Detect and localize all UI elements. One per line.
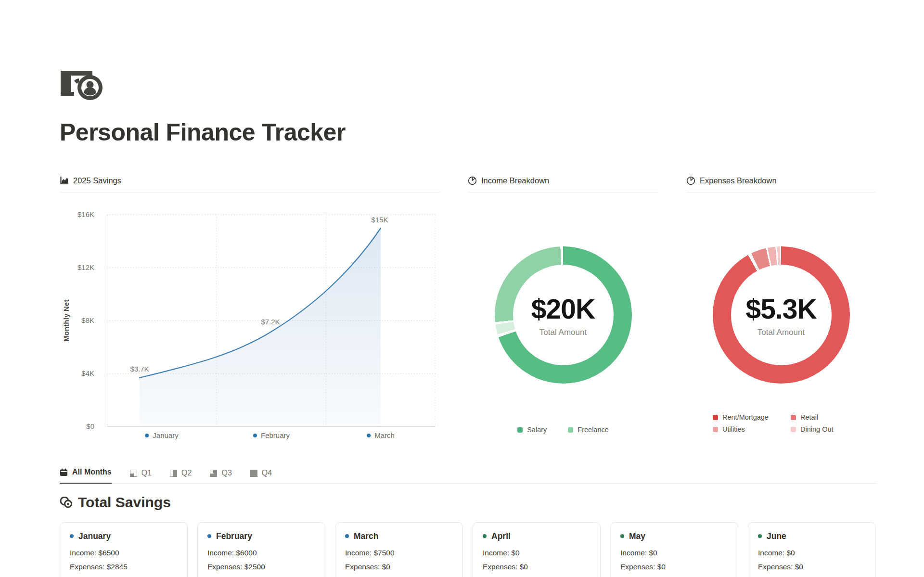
expenses-title: Expenses Breakdown	[700, 176, 777, 185]
total-savings-header: Total Savings	[60, 494, 876, 511]
income-total: $20K	[531, 293, 595, 325]
series-marker-icon	[145, 434, 149, 437]
month-name: January	[78, 531, 111, 541]
expenses-header: Expenses Breakdown	[686, 176, 876, 192]
coins-icon	[60, 497, 73, 508]
card-may: May Income: $0 Expenses: $0 Net: $0	[610, 522, 738, 577]
y-tick: $8K	[81, 316, 94, 324]
expenses-total-label: Total Amount	[757, 328, 805, 337]
y-axis-ticks: $16K $12K $8K $4K $0	[60, 215, 100, 427]
utilities-swatch-icon	[713, 427, 718, 432]
expenses-line: Expenses: $0	[620, 562, 728, 572]
month-name: April	[491, 531, 511, 541]
tab-all-months[interactable]: All Months	[60, 468, 112, 484]
month-name: May	[629, 531, 645, 541]
income-donut-chart: $20K Total Amount	[495, 246, 632, 384]
card-april: April Income: $0 Expenses: $0 Net: $0	[473, 522, 601, 577]
point-label-march: $15K	[371, 216, 388, 224]
expenses-legend: Rent/Mortgage Retail Utilities Dining Ou…	[686, 413, 876, 433]
calendar-icon	[60, 468, 68, 476]
quarter-1-icon	[130, 470, 137, 477]
x-label-march: March	[367, 431, 395, 439]
savings-section: 2025 Savings Monthly Net $16K $12K $8K $…	[60, 176, 440, 444]
expenses-line: Expenses: $2845	[70, 562, 178, 572]
income-line: Income: $0	[483, 548, 590, 558]
pie-chart-icon	[468, 176, 477, 185]
month-name: June	[767, 531, 786, 541]
card-february: February Income: $6000 Expenses: $2500 N…	[197, 522, 325, 577]
page-title: Personal Finance Tracker	[60, 118, 876, 146]
expenses-donut-center: $5.3K Total Amount	[713, 246, 850, 384]
savings-chart: Monthly Net $16K $12K $8K $4K $0	[60, 192, 440, 444]
y-tick: $0	[86, 422, 94, 430]
month-marker-icon	[620, 534, 624, 538]
month-marker-icon	[70, 534, 74, 538]
retail-swatch-icon	[791, 415, 796, 420]
x-label-february: February	[253, 431, 290, 439]
month-name: March	[354, 531, 379, 541]
point-label-january: $3.7K	[130, 365, 149, 373]
savings-header: 2025 Savings	[60, 176, 440, 192]
month-marker-icon	[345, 534, 349, 538]
income-line: Income: $6000	[207, 548, 315, 558]
month-cards: January Income: $6500 Expenses: $2845 Ne…	[60, 522, 876, 577]
legend-item-salary: Salary	[517, 426, 547, 434]
legend-item-dining: Dining Out	[791, 425, 849, 433]
income-title: Income Breakdown	[481, 176, 549, 185]
freelance-swatch-icon	[568, 427, 573, 433]
income-line: Income: $7500	[345, 548, 453, 558]
pie-chart-icon	[686, 176, 695, 185]
month-marker-icon	[758, 534, 762, 538]
y-tick: $16K	[77, 210, 94, 218]
month-name: February	[216, 531, 252, 541]
series-marker-icon	[253, 434, 257, 437]
expenses-line: Expenses: $0	[483, 562, 590, 572]
dining-swatch-icon	[791, 427, 796, 432]
savings-title: 2025 Savings	[73, 176, 121, 185]
month-marker-icon	[483, 534, 487, 538]
card-march: March Income: $7500 Expenses: $0 Net: $7…	[335, 522, 463, 577]
income-total-label: Total Amount	[539, 328, 587, 337]
area-chart-icon	[60, 176, 69, 185]
y-tick: $4K	[81, 369, 94, 377]
expenses-line: Expenses: $2500	[207, 562, 315, 572]
point-label-february: $7.2K	[261, 318, 280, 326]
expenses-donut-chart: $5.3K Total Amount	[713, 246, 850, 384]
period-tabs: All Months Q1 Q2 Q3 Q4	[60, 468, 876, 484]
tab-q4[interactable]: Q4	[250, 469, 272, 484]
tab-q1[interactable]: Q1	[130, 469, 152, 484]
x-label-january: January	[145, 431, 178, 439]
y-tick: $12K	[77, 263, 94, 271]
total-savings-title: Total Savings	[78, 494, 171, 511]
income-section: Income Breakdown $20K Total Amount Salar…	[468, 176, 658, 444]
series-marker-icon	[367, 434, 371, 437]
income-legend: Salary Freelance	[468, 426, 658, 434]
expenses-line: Expenses: $0	[758, 562, 866, 572]
legend-item-utilities: Utilities	[713, 425, 791, 433]
card-january: January Income: $6500 Expenses: $2845 Ne…	[60, 522, 188, 577]
expenses-line: Expenses: $0	[345, 562, 453, 572]
rent-swatch-icon	[713, 415, 718, 420]
tab-q3[interactable]: Q3	[210, 469, 231, 484]
expenses-total: $5.3K	[745, 293, 816, 325]
income-donut-center: $20K Total Amount	[495, 246, 632, 384]
month-marker-icon	[207, 534, 211, 538]
quarter-3-icon	[210, 470, 217, 477]
card-june: June Income: $0 Expenses: $0 Net: $0	[748, 522, 876, 577]
income-header: Income Breakdown	[468, 176, 658, 192]
salary-swatch-icon	[517, 427, 523, 433]
money-coin-icon	[60, 67, 110, 101]
charts-row: 2025 Savings Monthly Net $16K $12K $8K $…	[60, 176, 876, 444]
income-line: Income: $6500	[70, 548, 178, 558]
tab-q2[interactable]: Q2	[170, 469, 192, 484]
page: Personal Finance Tracker 2025 Savings Mo…	[0, 0, 924, 577]
quarter-4-icon	[250, 470, 257, 477]
quarter-2-icon	[170, 470, 177, 477]
income-line: Income: $0	[758, 548, 866, 558]
legend-item-retail: Retail	[791, 413, 849, 421]
legend-item-rent: Rent/Mortgage	[713, 413, 791, 421]
income-line: Income: $0	[620, 548, 728, 558]
expenses-section: Expenses Breakdown $5.3K Total Amount Re…	[686, 176, 876, 444]
legend-item-freelance: Freelance	[568, 426, 608, 434]
